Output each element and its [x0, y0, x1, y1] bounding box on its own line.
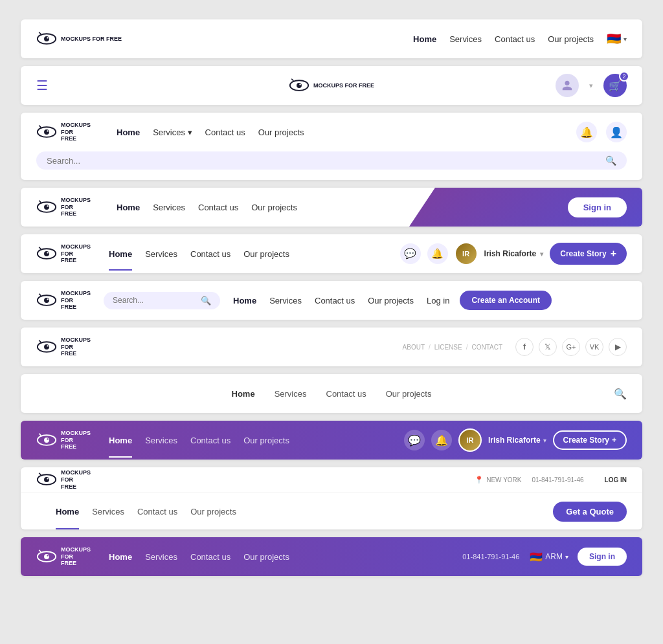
svg-line-23 — [39, 294, 41, 296]
user-icon-3[interactable]: 👤 — [606, 122, 627, 142]
nav-home-4[interactable]: Home — [117, 203, 140, 212]
svg-point-18 — [47, 252, 48, 253]
logo-1[interactable]: MOCKUPS FOR FREE — [36, 32, 122, 46]
license-link[interactable]: LICENSE — [434, 344, 462, 351]
nav-home-11[interactable]: Home — [109, 552, 132, 562]
about-link[interactable]: ABOUT — [403, 344, 425, 351]
navbar-10: MOCKUPSFORFREE 📍 NEW YORK 01-841-791-91-… — [21, 467, 642, 529]
nav-services-11[interactable]: Services — [145, 552, 177, 562]
nav-contact-9[interactable]: Contact us — [190, 436, 230, 445]
logo-10[interactable]: MOCKUPSFORFREE — [36, 469, 91, 490]
get-quote-button[interactable]: Get a Quote — [553, 502, 627, 522]
search-icon-8[interactable]: 🔍 — [614, 388, 627, 399]
twitter-icon[interactable]: 𝕏 — [539, 338, 557, 356]
nav-home-9[interactable]: Home — [109, 436, 132, 445]
navbar-11: MOCKUPSFORFREE Home Services Contact us … — [21, 537, 642, 576]
googleplus-icon[interactable]: G+ — [562, 338, 580, 356]
login-link-10[interactable]: LOG IN — [605, 476, 627, 483]
nav-contact-11[interactable]: Contact us — [190, 552, 230, 562]
create-account-button[interactable]: Create an Account — [460, 291, 552, 310]
logo-5[interactable]: MOCKUPSFORFREE — [36, 243, 91, 264]
nav-projects-10[interactable]: Our projects — [190, 507, 236, 516]
navbar-1: MOCKUPS FOR FREE Home Services Contact u… — [21, 19, 642, 58]
svg-line-39 — [39, 550, 41, 552]
nav-home-10[interactable]: Home — [56, 507, 79, 516]
logo-eye-icon-7 — [36, 340, 57, 354]
nav-home-1[interactable]: Home — [413, 34, 436, 44]
search-input-6[interactable] — [113, 296, 201, 305]
logo-2[interactable]: MOCKUPS FOR FREE — [289, 78, 374, 93]
nav-login-6[interactable]: Log in — [427, 296, 449, 305]
nav-contact-1[interactable]: Contact us — [495, 34, 535, 44]
vk-icon[interactable]: VK — [585, 338, 603, 356]
logo-4[interactable]: MOCKUPSFORFREE — [36, 197, 91, 217]
message-icon-5[interactable]: 💬 — [400, 243, 421, 264]
nav-services-1[interactable]: Services — [449, 34, 482, 44]
logo-11[interactable]: MOCKUPSFORFREE — [36, 546, 91, 567]
sign-in-button-11[interactable]: Sign in — [578, 548, 627, 566]
search-icon-6[interactable]: 🔍 — [201, 296, 211, 305]
hamburger-button[interactable]: ☰ — [36, 78, 48, 93]
bell-icon-3[interactable]: 🔔 — [576, 122, 597, 142]
logo-text-7: MOCKUPSFORFREE — [61, 337, 91, 357]
youtube-icon[interactable]: ▶ — [609, 338, 627, 356]
nav-services-8[interactable]: Services — [275, 389, 307, 399]
cart-icon-2[interactable]: 🛒 2 — [603, 74, 627, 97]
nav-services-9[interactable]: Services — [145, 436, 177, 445]
nav-projects-6[interactable]: Our projects — [368, 296, 414, 305]
user-avatar-5[interactable]: IR — [455, 242, 478, 265]
svg-point-30 — [47, 438, 48, 439]
flag-button-1[interactable]: 🇦🇲 ▾ — [607, 32, 627, 46]
navbar-4: MOCKUPSFORFREE Home Services Contact us … — [21, 188, 642, 227]
nav-home-5[interactable]: Home — [109, 249, 132, 259]
contact-link[interactable]: CONTACT — [471, 344, 502, 351]
nav-projects-3[interactable]: Our projects — [258, 128, 304, 137]
nav-contact-6[interactable]: Contact us — [315, 296, 355, 305]
bell-icon-9[interactable]: 🔔 — [431, 430, 452, 450]
user-avatar-9[interactable]: IR — [458, 428, 482, 452]
nav-projects-5[interactable]: Our projects — [243, 249, 289, 259]
svg-point-9 — [44, 129, 49, 135]
svg-point-2 — [47, 37, 48, 38]
nav-contact-8[interactable]: Contact us — [326, 389, 366, 399]
cart-badge: 2 — [619, 71, 629, 82]
navbar10-bottom: Home Services Contact us Our projects Ge… — [21, 493, 642, 529]
nav-services-10[interactable]: Services — [92, 507, 124, 516]
create-story-button-5[interactable]: Create Story + — [550, 243, 627, 265]
bell-icon-5[interactable]: 🔔 — [427, 243, 448, 264]
logo-9[interactable]: MOCKUPSFORFREE — [36, 430, 91, 450]
logo-7[interactable]: MOCKUPSFORFREE — [36, 337, 91, 357]
navbar-6: MOCKUPSFORFREE 🔍 Home Services Contact u… — [21, 281, 642, 320]
logo-6[interactable]: MOCKUPSFORFREE — [36, 290, 91, 311]
nav-projects-8[interactable]: Our projects — [386, 389, 432, 399]
message-icon-9[interactable]: 💬 — [404, 430, 425, 450]
sign-in-button-4[interactable]: Sign in — [568, 197, 627, 217]
nav-services-4[interactable]: Services — [153, 203, 185, 212]
nav-contact-4[interactable]: Contact us — [198, 203, 238, 212]
navbar-8: Home Services Contact us Our projects 🔍 — [21, 374, 642, 413]
nav-projects-1[interactable]: Our projects — [548, 34, 594, 44]
nav-home-6[interactable]: Home — [233, 296, 256, 305]
nav-home-3[interactable]: Home — [117, 128, 140, 137]
logo-3[interactable]: MOCKUPSFORFREE — [36, 122, 91, 142]
nav-home-8[interactable]: Home — [232, 389, 255, 399]
nav-services-5[interactable]: Services — [145, 249, 177, 259]
nav-contact-5[interactable]: Contact us — [190, 249, 230, 259]
search-input-3[interactable] — [47, 156, 605, 166]
facebook-icon[interactable]: f — [515, 338, 534, 356]
nav-services-3[interactable]: Services ▾ — [153, 128, 192, 137]
nav-projects-9[interactable]: Our projects — [243, 436, 289, 445]
svg-point-6 — [299, 83, 300, 85]
search-bar-6: 🔍 — [104, 292, 220, 309]
social-icons: f 𝕏 G+ VK ▶ — [515, 338, 627, 356]
search-icon-3[interactable]: 🔍 — [605, 155, 616, 166]
nav-projects-4[interactable]: Our projects — [251, 203, 297, 212]
nav-contact-10[interactable]: Contact us — [137, 507, 177, 516]
flag-lang-11[interactable]: 🇦🇲 ARM ▾ — [530, 551, 568, 563]
nav-contact-3[interactable]: Contact us — [205, 128, 245, 137]
logo-eye-icon-6 — [36, 293, 57, 307]
create-story-button-9[interactable]: Create Story + — [553, 430, 627, 450]
user-icon-2[interactable] — [556, 74, 579, 97]
nav-services-6[interactable]: Services — [269, 296, 302, 305]
nav-projects-11[interactable]: Our projects — [243, 552, 289, 562]
